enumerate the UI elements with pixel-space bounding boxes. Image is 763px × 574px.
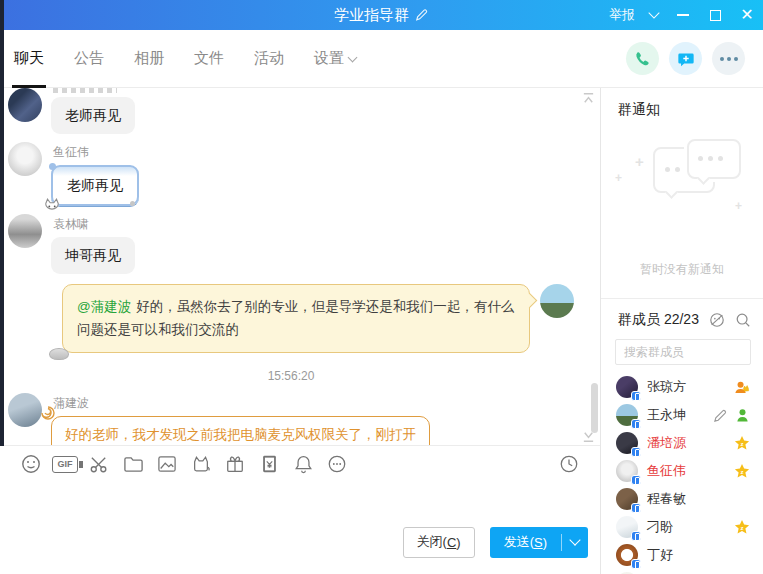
tab-files[interactable]: 文件 (194, 30, 224, 88)
scrollbar-thumb[interactable] (591, 383, 598, 433)
avatar[interactable] (540, 284, 574, 318)
member-row[interactable]: 张琼方 (601, 373, 763, 401)
gift-icon (225, 454, 245, 474)
notice-empty-illustration: + + + (601, 129, 763, 257)
member-row[interactable]: 刁盼 z (601, 513, 763, 541)
message-bubble[interactable]: 坤哥再见 (51, 237, 135, 274)
message-bubble-orange[interactable]: 好的老师，我才发现之前我把电脑麦克风权限关了，刚打开 (51, 416, 430, 445)
send-options-button[interactable] (562, 527, 588, 558)
image-icon (157, 455, 177, 473)
red-packet-button[interactable] (252, 449, 286, 479)
report-chevron-icon[interactable] (641, 0, 667, 30)
member-name: 王永坤 (647, 406, 686, 424)
sticker-bag-button[interactable] (184, 449, 218, 479)
mobile-online-icon (631, 419, 641, 429)
mobile-online-icon (631, 559, 641, 569)
close-chat-button[interactable]: 关闭(C) (403, 527, 475, 558)
plus-decoration: + (635, 153, 644, 170)
tab-chat[interactable]: 聊天 (14, 30, 44, 88)
avatar (616, 460, 638, 482)
member-name: 丁好 (647, 546, 673, 564)
avatar[interactable] (8, 393, 42, 427)
member-row[interactable]: 程春敏 (601, 485, 763, 513)
chat-panel: 老师再见 鱼征伟 老师再见 (0, 88, 600, 574)
search-icon[interactable] (735, 312, 751, 328)
gift-button[interactable] (218, 449, 252, 479)
member-list[interactable]: 张琼方 王永坤 潘培源 z (601, 373, 763, 574)
footer-actions: 关闭(C) 发送(S) (0, 520, 600, 574)
edit-card-icon[interactable] (713, 408, 728, 423)
member-name: 潘培源 (647, 434, 686, 452)
message-bubble-mention[interactable]: @蒲建波好的，虽然你去了别的专业，但是导学还是和我们一起，有什么问题还是可以和我… (62, 284, 530, 353)
notice-empty-text: 暂时没有新通知 (601, 261, 763, 278)
more-tools-button[interactable] (320, 449, 354, 479)
tab-settings[interactable]: 设置 (314, 30, 356, 88)
avatar[interactable] (8, 214, 42, 248)
member-name: 程春敏 (647, 490, 686, 508)
edit-title-icon[interactable] (415, 8, 429, 22)
swirl-decoration-icon (40, 405, 56, 421)
message-row: 鱼征伟 老师再见 (8, 142, 574, 206)
avatar (616, 432, 638, 454)
scroll-to-top-icon[interactable] (582, 92, 595, 105)
send-file-button[interactable] (116, 449, 150, 479)
member-search (615, 339, 751, 365)
message-bubble[interactable]: 老师再见 (51, 97, 135, 134)
message-bubble-decorated[interactable]: 老师再见 (51, 165, 139, 206)
window-title: 学业指导群 (334, 6, 409, 25)
avatar (616, 376, 638, 398)
chat-bubble-outline (687, 139, 741, 179)
tab-album[interactable]: 相册 (134, 30, 164, 88)
maximize-button[interactable] (699, 0, 731, 30)
bubble-decoration (130, 201, 135, 206)
message-input[interactable] (0, 482, 600, 520)
member-row[interactable]: 费一帆 z (601, 569, 763, 574)
mute-member-icon[interactable] (709, 312, 725, 328)
message-row: 袁林啸 坤哥再见 (8, 214, 574, 274)
more-actions-button[interactable] (712, 42, 745, 75)
emoji-button[interactable] (14, 449, 48, 479)
folder-icon (123, 455, 144, 473)
avatar[interactable] (8, 142, 42, 176)
mobile-online-icon (631, 503, 641, 513)
bubble-decoration (49, 163, 56, 170)
message-list[interactable]: 老师再见 鱼征伟 老师再见 (0, 88, 600, 445)
member-row[interactable]: 丁好 (601, 541, 763, 569)
voice-call-button[interactable] (626, 42, 659, 75)
send-image-button[interactable] (150, 449, 184, 479)
message-history-button[interactable] (552, 449, 586, 479)
avatar[interactable] (8, 88, 42, 122)
notify-button[interactable] (286, 449, 320, 479)
svg-text:z: z (740, 440, 743, 447)
mobile-online-icon (631, 531, 641, 541)
gif-button[interactable]: GIF (48, 449, 82, 479)
star-badge-icon: z (734, 519, 750, 535)
create-chat-button[interactable] (669, 42, 702, 75)
sender-name: 袁林啸 (53, 216, 135, 233)
report-button[interactable]: 举报 (603, 6, 641, 24)
tab-announcement[interactable]: 公告 (74, 30, 104, 88)
mention-text[interactable]: @蒲建波 (77, 299, 131, 314)
scissors-icon (89, 454, 110, 475)
more-circle-icon (327, 454, 347, 474)
tab-activity[interactable]: 活动 (254, 30, 284, 88)
close-button[interactable]: ✕ (731, 0, 763, 30)
member-search-input[interactable] (615, 339, 751, 365)
member-row[interactable]: 鱼征伟 z (601, 457, 763, 485)
cat-decoration-icon (43, 198, 61, 213)
ellipsis-icon (720, 57, 738, 61)
minimize-button[interactable] (667, 0, 699, 30)
screenshot-button[interactable] (82, 449, 116, 479)
clock-icon (559, 454, 579, 474)
member-row[interactable]: 潘培源 z (601, 429, 763, 457)
member-name: 刁盼 (647, 518, 673, 536)
plus-decoration: + (615, 171, 622, 185)
member-row[interactable]: 王永坤 (601, 401, 763, 429)
mobile-online-icon (631, 475, 641, 485)
send-button[interactable]: 发送(S) (490, 527, 561, 558)
message-row: 老师再见 (8, 88, 574, 134)
titlebar: 学业指导群 举报 ✕ (0, 0, 763, 30)
sidebar: 群通知 + + + 暂时没有新通知 群成员 22/23 (600, 88, 763, 574)
window-edge (0, 0, 4, 446)
sender-name: 鱼征伟 (53, 144, 139, 161)
